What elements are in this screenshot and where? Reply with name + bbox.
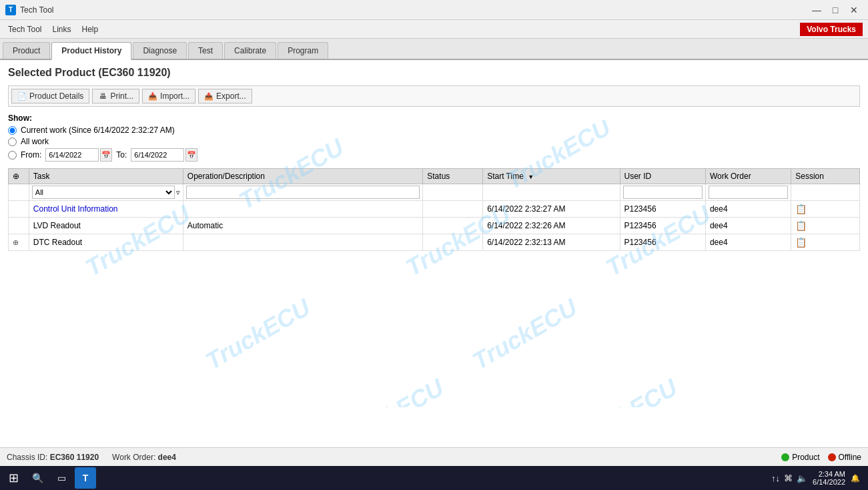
tab-product-history[interactable]: Product History [51, 42, 131, 60]
col-task-header[interactable]: Task [29, 169, 183, 184]
work-order-filter-input[interactable] [709, 186, 788, 199]
maximize-button[interactable]: □ [827, 3, 844, 17]
row3-expand-cell: ⊕ [9, 234, 29, 251]
table-filter-row: All ▿ [9, 184, 860, 201]
row3-status-cell [423, 234, 483, 251]
sound-icon: 🔈 [797, 473, 807, 483]
operation-header-label: Operation/Description [187, 172, 265, 181]
current-work-label: Current work (Since 6/14/2022 2:32:27 AM… [21, 126, 175, 135]
show-label: Show: [8, 113, 860, 123]
row3-session-icon[interactable]: 📋 [795, 237, 807, 248]
from-calendar-button[interactable]: 📅 [100, 148, 112, 162]
row2-session-cell: 📋 [791, 218, 860, 234]
window-title: Tech Tool [20, 5, 53, 15]
filter-work-order-cell [705, 184, 791, 201]
start-button[interactable]: ⊞ [3, 467, 24, 489]
row2-start-time-cell: 6/14/2022 2:32:26 AM [483, 218, 620, 234]
work-order-status: Work Order: dee4 [112, 453, 176, 462]
export-button[interactable]: 📤 Export... [198, 89, 252, 103]
col-work-order-header[interactable]: Work Order [705, 169, 791, 184]
taskbar-multitasking-button[interactable]: ▭ [51, 469, 72, 487]
to-date-input[interactable] [131, 148, 184, 162]
user-id-filter-input[interactable] [623, 186, 703, 199]
app-icon: T [5, 5, 16, 15]
taskbar-app-icon[interactable]: T [75, 467, 96, 489]
col-expand-header[interactable]: ⊕ [9, 169, 29, 184]
session-header-label: Session [795, 172, 824, 181]
page-title: Selected Product (EC360 11920) [8, 67, 860, 79]
menu-bar: Tech Tool Links Help Volvo Trucks [0, 20, 868, 39]
product-status-dot [781, 453, 789, 461]
all-work-radio-item[interactable]: All work [8, 137, 860, 146]
task-filter-select[interactable]: All [32, 186, 175, 199]
tab-product[interactable]: Product [3, 42, 50, 59]
row2-operation-cell: Automatic [183, 218, 422, 234]
col-user-id-header[interactable]: User ID [620, 169, 705, 184]
watermark-8: TruckECU [334, 373, 448, 407]
notification-icon[interactable]: 🔔 [851, 474, 860, 483]
menu-links[interactable]: Links [47, 23, 76, 35]
watermark-7: TruckECU [468, 293, 582, 375]
export-label: Export... [216, 91, 246, 101]
row1-session-icon[interactable]: 📋 [795, 204, 807, 214]
close-button[interactable]: ✕ [845, 3, 863, 17]
minimize-button[interactable]: — [808, 3, 825, 17]
taskbar-search-button[interactable]: 🔍 [27, 469, 48, 487]
watermark-container: TruckECU TruckECU TruckECU TruckECU Truc… [0, 120, 868, 407]
operation-filter-input[interactable] [186, 186, 420, 199]
product-status-label: Product [792, 453, 819, 462]
row1-work-order-cell: dee4 [705, 201, 791, 218]
row3-session-cell: 📋 [791, 234, 860, 251]
task-filter-icon[interactable]: ▿ [176, 188, 180, 197]
to-label: To: [116, 150, 127, 160]
table-row: LVD Readout Automatic 6/14/2022 2:32:26 … [9, 218, 860, 234]
data-table: ⊕ Task Operation/Description Status Star… [8, 168, 860, 251]
all-work-label: All work [21, 137, 49, 146]
start-time-header-label: Start Time [487, 172, 524, 181]
tab-diagnose[interactable]: Diagnose [133, 42, 187, 59]
print-icon: 🖶 [98, 91, 107, 101]
title-bar: T Tech Tool — □ ✕ [0, 0, 868, 20]
tab-calibrate[interactable]: Calibrate [224, 42, 276, 59]
row2-session-icon[interactable]: 📋 [795, 220, 807, 231]
row1-task-cell: Control Unit Information [29, 201, 183, 218]
filter-start-time-cell [483, 184, 620, 201]
product-details-button[interactable]: 📄 Product Details [11, 89, 89, 103]
row2-user-id-cell: P123456 [620, 218, 705, 234]
taskbar-clock[interactable]: 2:34 AM 6/14/2022 [813, 470, 845, 486]
from-radio[interactable] [8, 151, 17, 160]
row1-start-time-cell: 6/14/2022 2:32:27 AM [483, 201, 620, 218]
col-start-time-header[interactable]: Start Time ▼ [483, 169, 620, 184]
import-button[interactable]: 📥 Import... [142, 89, 195, 103]
taskbar-sys-icons: ↑↓ ⌘ 🔈 [771, 473, 807, 483]
all-work-radio[interactable] [8, 138, 17, 146]
expand-all-icon[interactable]: ⊕ [13, 172, 19, 181]
table-body: Control Unit Information 6/14/2022 2:32:… [9, 201, 860, 251]
row3-expand-icon[interactable]: ⊕ [13, 238, 19, 246]
tab-program[interactable]: Program [278, 42, 328, 59]
table-row: ⊕ DTC Readout 6/14/2022 2:32:13 AM P1234… [9, 234, 860, 251]
from-radio-item[interactable]: From: 📅 To: 📅 [8, 148, 860, 162]
control-unit-link[interactable]: Control Unit Information [33, 204, 118, 214]
volvo-trucks-button[interactable]: Volvo Trucks [800, 23, 863, 36]
menu-tech-tool[interactable]: Tech Tool [3, 23, 47, 35]
print-button[interactable]: 🖶 Print... [92, 89, 139, 103]
show-section: Show: Current work (Since 6/14/2022 2:32… [8, 113, 860, 162]
col-status-header[interactable]: Status [423, 169, 483, 184]
col-operation-header[interactable]: Operation/Description [183, 169, 422, 184]
tab-test[interactable]: Test [188, 42, 223, 59]
current-work-radio[interactable] [8, 126, 17, 135]
from-date-input[interactable] [45, 148, 99, 162]
row2-status-cell [423, 218, 483, 234]
to-calendar-button[interactable]: 📅 [185, 148, 197, 162]
menu-help[interactable]: Help [77, 23, 104, 35]
radio-group: Current work (Since 6/14/2022 2:32:27 AM… [8, 126, 860, 162]
col-session-header[interactable]: Session [791, 169, 860, 184]
status-header-label: Status [427, 172, 450, 181]
print-label: Print... [110, 91, 133, 101]
current-work-radio-item[interactable]: Current work (Since 6/14/2022 2:32:27 AM… [8, 126, 860, 135]
watermark-9: TruckECU [568, 373, 682, 407]
tab-bar: Product Product History Diagnose Test Ca… [0, 39, 868, 60]
row3-start-time-cell: 6/14/2022 2:32:13 AM [483, 234, 620, 251]
product-details-icon: 📄 [17, 91, 27, 101]
